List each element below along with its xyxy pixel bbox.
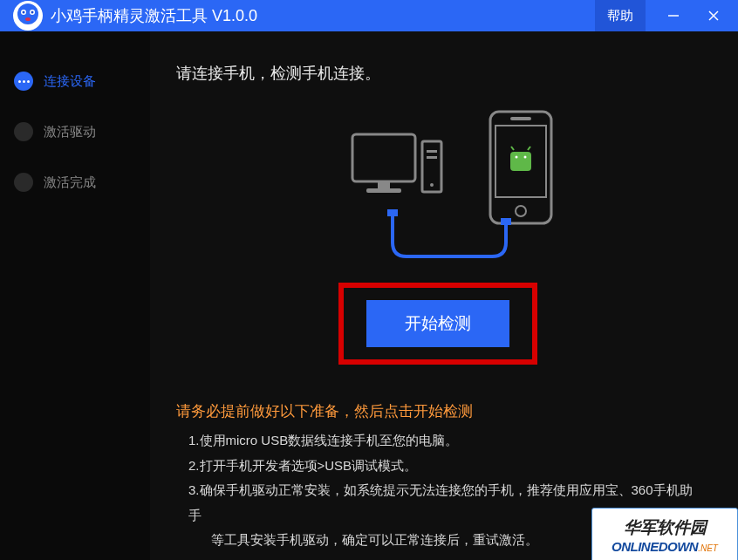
prep-step: 1.使用micro USB数据线连接手机至您的电脑。	[188, 428, 700, 454]
watermark-en: ONLINEDOWN	[612, 539, 698, 554]
svg-point-1	[17, 3, 38, 24]
app-logo-icon	[12, 0, 44, 31]
svg-rect-20	[510, 117, 531, 120]
connection-illustration	[176, 108, 700, 265]
minimize-button[interactable]	[661, 3, 686, 28]
highlight-annotation: 开始检测	[338, 283, 537, 365]
step-bullet-icon	[14, 122, 33, 141]
svg-point-14	[430, 183, 434, 187]
sidebar-item-activate-driver[interactable]: 激活驱动	[0, 106, 150, 157]
svg-point-6	[25, 17, 31, 21]
svg-rect-21	[510, 152, 531, 171]
app-title: 小鸡手柄精灵激活工具 V1.0.0	[51, 5, 257, 26]
watermark-badge: 华军软件园 ONLINEDOWN.NET	[591, 508, 738, 561]
instruction-text: 请连接手机，检测手机连接。	[176, 63, 700, 84]
main-content: 请连接手机，检测手机连接。	[150, 31, 738, 560]
close-button[interactable]	[701, 3, 726, 28]
computer-icon	[351, 133, 447, 220]
sidebar-item-label: 激活驱动	[44, 124, 96, 140]
svg-line-25	[528, 147, 530, 150]
start-detect-button[interactable]: 开始检测	[366, 300, 509, 347]
svg-rect-12	[366, 188, 401, 193]
watermark-net: .NET	[698, 543, 718, 553]
svg-rect-16	[427, 156, 437, 159]
step-bullet-icon	[14, 72, 33, 91]
svg-point-22	[516, 156, 518, 159]
svg-point-4	[23, 11, 25, 14]
titlebar: 小鸡手柄精灵激活工具 V1.0.0 帮助	[0, 0, 738, 31]
svg-rect-27	[501, 218, 511, 225]
help-button[interactable]: 帮助	[595, 0, 646, 31]
sidebar-item-connect[interactable]: 连接设备	[0, 56, 150, 106]
sidebar: 连接设备 激活驱动 激活完成	[0, 31, 150, 560]
svg-point-23	[524, 156, 527, 159]
usb-cable-icon	[375, 209, 523, 270]
svg-rect-11	[378, 181, 390, 188]
prep-title: 请务必提前做好以下准备，然后点击开始检测	[176, 401, 700, 421]
svg-rect-26	[387, 209, 398, 216]
sidebar-item-label: 连接设备	[44, 73, 96, 90]
sidebar-item-label: 激活完成	[44, 174, 96, 191]
sidebar-item-complete[interactable]: 激活完成	[0, 157, 150, 208]
svg-rect-15	[427, 150, 437, 153]
prep-step: 2.打开手机开发者选项>USB调试模式。	[188, 454, 700, 479]
watermark-cn: 华军软件园	[624, 516, 707, 539]
svg-rect-10	[352, 134, 415, 181]
svg-point-5	[31, 11, 34, 14]
svg-line-24	[511, 147, 514, 150]
step-bullet-icon	[14, 173, 33, 192]
